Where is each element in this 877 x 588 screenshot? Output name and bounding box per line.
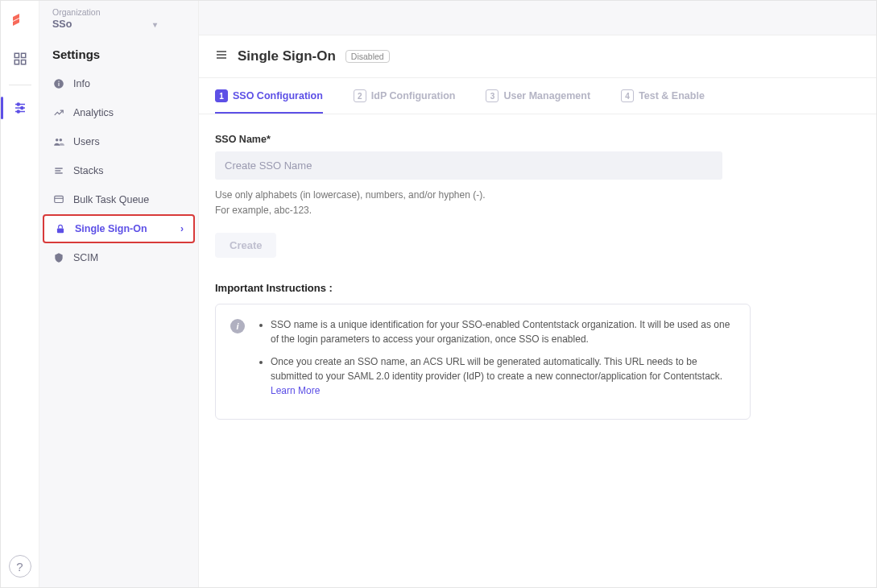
sidebar-item-scim[interactable]: SCIM: [39, 243, 198, 272]
svg-rect-12: [58, 81, 59, 82]
sidebar-item-stacks[interactable]: Stacks: [39, 156, 198, 185]
instruction-item: SSO name is a unique identification for …: [271, 317, 735, 346]
svg-point-14: [60, 139, 63, 142]
svg-point-7: [20, 107, 23, 110]
logo: [10, 10, 30, 30]
org-label: Organization: [52, 7, 185, 17]
svg-rect-18: [55, 196, 64, 202]
svg-rect-1: [21, 53, 25, 57]
info-icon: [52, 77, 65, 90]
sidebar-item-label: Analytics: [73, 107, 114, 118]
instruction-item: Once you create an SSO name, an ACS URL …: [271, 354, 735, 398]
status-badge: Disabled: [345, 50, 390, 63]
sidebar-item-users[interactable]: Users: [39, 127, 198, 156]
org-selector[interactable]: SSo ▾: [52, 19, 157, 30]
sidebar-item-info[interactable]: Info: [39, 69, 198, 98]
sidebar-item-analytics[interactable]: Analytics: [39, 98, 198, 127]
page-title: Single Sign-On: [238, 48, 336, 64]
sidebar-item-single-sign-on[interactable]: Single Sign-On ›: [43, 214, 195, 243]
tab-test-enable[interactable]: 4 Test & Enable: [621, 78, 705, 114]
sidebar-title: Settings: [39, 36, 198, 69]
page-header: Single Sign-On Disabled: [199, 35, 876, 78]
tab-label: IdP Configuration: [371, 90, 456, 101]
chevron-right-icon: ›: [180, 223, 184, 234]
queue-icon: [52, 193, 65, 206]
tab-sso-configuration[interactable]: 1 SSO Configuration: [215, 78, 323, 114]
learn-more-link[interactable]: Learn More: [271, 385, 320, 396]
sidebar-item-label: Stacks: [73, 165, 104, 176]
svg-rect-20: [57, 228, 64, 233]
sidebar-item-label: Bulk Task Queue: [73, 194, 149, 205]
shield-icon: [52, 251, 65, 264]
tab-number: 4: [621, 89, 634, 102]
svg-rect-2: [14, 60, 19, 64]
tab-label: SSO Configuration: [233, 90, 323, 101]
tabs: 1 SSO Configuration 2 IdP Configuration …: [199, 78, 876, 114]
rail-dashboard[interactable]: [7, 46, 33, 72]
tab-number: 2: [354, 89, 366, 102]
sso-name-input[interactable]: [215, 151, 722, 180]
help-button[interactable]: ?: [9, 555, 31, 578]
sidebar-item-label: Info: [73, 78, 90, 89]
svg-rect-3: [21, 60, 25, 64]
create-button[interactable]: Create: [215, 233, 276, 258]
tab-label: User Management: [503, 90, 590, 101]
analytics-icon: [52, 106, 65, 119]
chevron-down-icon: ▾: [153, 20, 157, 29]
tab-number: 1: [215, 89, 228, 102]
nav-rail: ?: [1, 1, 39, 587]
sidebar-item-label: Single Sign-On: [75, 223, 147, 234]
users-icon: [52, 135, 65, 148]
stacks-icon: [52, 164, 65, 177]
sidebar-item-label: Users: [73, 136, 100, 147]
svg-point-9: [17, 110, 19, 113]
sso-name-help: Use only alphabets (in lowercase), numbe…: [215, 188, 730, 218]
menu-icon[interactable]: [215, 48, 228, 64]
org-name: SSo: [52, 19, 72, 30]
rail-settings[interactable]: [7, 95, 33, 121]
sidebar: Organization SSo ▾ Settings Info Analyti…: [39, 1, 199, 587]
tab-label: Test & Enable: [639, 90, 705, 101]
svg-point-5: [17, 103, 19, 106]
sidebar-item-bulk-task-queue[interactable]: Bulk Task Queue: [39, 185, 198, 214]
svg-rect-0: [14, 53, 19, 57]
instructions-box: i SSO name is a unique identification fo…: [215, 304, 751, 420]
tab-user-management[interactable]: 3 User Management: [486, 78, 590, 114]
instructions-title: Important Instructions :: [215, 282, 730, 294]
tab-number: 3: [486, 89, 498, 102]
tab-idp-configuration[interactable]: 2 IdP Configuration: [354, 78, 456, 114]
svg-point-13: [56, 139, 59, 142]
sidebar-item-label: SCIM: [73, 252, 98, 263]
info-icon: i: [230, 319, 245, 333]
lock-icon: [54, 222, 67, 235]
svg-rect-11: [58, 83, 59, 86]
sso-name-label: SSO Name*: [215, 134, 730, 145]
main-area: Single Sign-On Disabled 1 SSO Configurat…: [199, 1, 876, 587]
rail-divider: [9, 85, 31, 85]
